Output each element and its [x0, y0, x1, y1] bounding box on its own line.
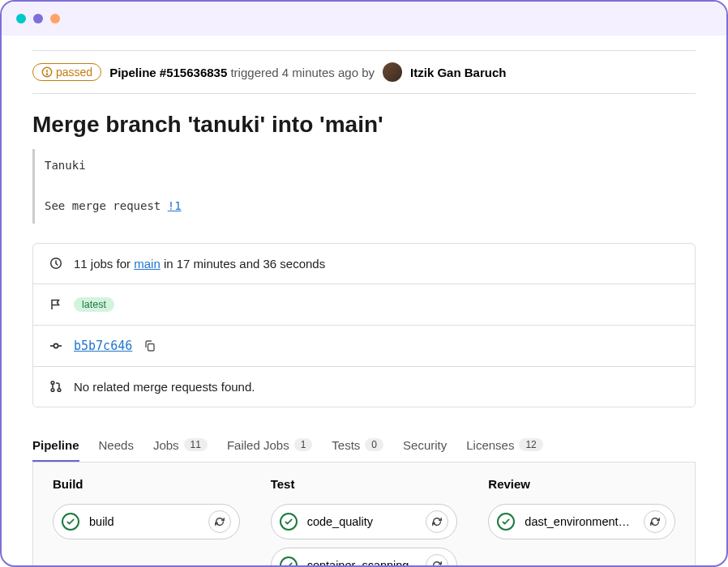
tab-failed-jobs[interactable]: Failed Jobs1: [227, 430, 312, 462]
flag-icon: [49, 298, 62, 311]
status-badge-text: passed: [56, 66, 92, 79]
status-badge: passed: [32, 63, 101, 81]
latest-badge: latest: [74, 297, 114, 312]
tab-count: 11: [184, 438, 208, 451]
tab-label: Needs: [99, 438, 134, 452]
commit-icon: [49, 339, 62, 352]
tab-label: Licenses: [466, 438, 514, 452]
job-name: build: [89, 515, 199, 528]
tab-bar: PipelineNeedsJobs11Failed Jobs1Tests0Sec…: [32, 430, 696, 463]
stage-name: Build: [53, 477, 240, 491]
stage-review: Reviewdast_environment_deploy: [488, 477, 675, 567]
window-close-dot[interactable]: [16, 14, 26, 23]
tab-label: Tests: [332, 438, 360, 452]
commit-message: Tanuki See merge request !1: [32, 149, 696, 224]
svg-point-9: [51, 389, 54, 392]
commit-msg-line: See merge request !1: [45, 196, 696, 216]
job-name: code_quality: [307, 515, 417, 528]
stage-build: Buildbuild: [53, 477, 240, 567]
tab-count: 1: [294, 438, 313, 451]
tab-label: Pipeline: [32, 438, 79, 452]
pipeline-page: passed Pipeline #515636835 triggered 4 m…: [2, 50, 726, 567]
job-pill[interactable]: container_scanning: [271, 548, 458, 567]
tab-label: Failed Jobs: [227, 438, 289, 452]
tab-needs[interactable]: Needs: [99, 430, 134, 462]
window-titlebar: [2, 2, 726, 36]
page-title: Merge branch 'tanuki' into 'main': [32, 112, 696, 138]
author-name[interactable]: Itzik Gan Baruch: [410, 66, 506, 79]
tab-jobs[interactable]: Jobs11: [153, 430, 208, 462]
commit-msg-line: Tanuki: [45, 156, 696, 176]
check-icon: [497, 513, 515, 531]
pipeline-header: passed Pipeline #515636835 triggered 4 m…: [32, 50, 696, 94]
merge-request-icon: [49, 380, 62, 393]
window-min-dot[interactable]: [33, 14, 43, 23]
commit-row: b5b7c646: [33, 326, 695, 367]
pipeline-trigger-text: Pipeline #515636835 triggered 4 minutes …: [109, 66, 375, 79]
svg-point-2: [46, 74, 47, 75]
retry-button[interactable]: [208, 510, 231, 533]
commit-sha-link[interactable]: b5b7c646: [74, 339, 132, 353]
clock-icon: [49, 257, 62, 270]
job-pill[interactable]: code_quality: [271, 504, 458, 539]
jobs-duration-row: 11 jobs for main in 17 minutes and 36 se…: [33, 244, 695, 284]
tab-label: Security: [403, 438, 447, 452]
job-name: dast_environment_deploy: [525, 515, 634, 528]
job-pill[interactable]: dast_environment_deploy: [488, 504, 675, 539]
check-icon: [62, 513, 79, 531]
merge-request-link[interactable]: !1: [168, 199, 182, 212]
copy-icon[interactable]: [143, 339, 156, 352]
retry-button[interactable]: [426, 510, 448, 533]
stage-test: Testcode_qualitycontainer_scanning: [271, 477, 458, 567]
retry-button[interactable]: [644, 510, 666, 533]
no-mr-text: No related merge requests found.: [74, 380, 255, 394]
stage-name: Test: [271, 477, 458, 491]
tab-security[interactable]: Security: [403, 430, 447, 462]
flags-row: latest: [33, 284, 695, 326]
check-icon: [280, 556, 298, 567]
window-max-dot[interactable]: [50, 14, 60, 23]
tab-tests[interactable]: Tests0: [332, 430, 383, 462]
pipeline-graph: BuildbuildTestcode_qualitycontainer_scan…: [32, 463, 696, 567]
tab-label: Jobs: [153, 438, 179, 452]
svg-point-4: [54, 343, 58, 347]
svg-point-10: [58, 389, 61, 392]
tab-licenses[interactable]: Licenses12: [466, 430, 543, 462]
branch-link[interactable]: main: [134, 257, 161, 271]
job-pill[interactable]: build: [53, 504, 240, 539]
retry-button[interactable]: [426, 554, 448, 567]
job-name: container_scanning: [307, 559, 417, 567]
warning-icon: [41, 66, 53, 78]
check-icon: [280, 513, 298, 531]
merge-requests-row: No related merge requests found.: [33, 367, 695, 407]
tab-pipeline[interactable]: Pipeline: [32, 430, 79, 462]
svg-point-8: [51, 382, 54, 385]
stage-name: Review: [488, 477, 675, 491]
avatar[interactable]: [383, 62, 402, 82]
tab-count: 0: [365, 438, 383, 451]
svg-rect-7: [148, 343, 155, 351]
pipeline-info-panel: 11 jobs for main in 17 minutes and 36 se…: [32, 243, 696, 407]
window-frame: passed Pipeline #515636835 triggered 4 m…: [0, 0, 728, 567]
tab-count: 12: [519, 438, 542, 451]
